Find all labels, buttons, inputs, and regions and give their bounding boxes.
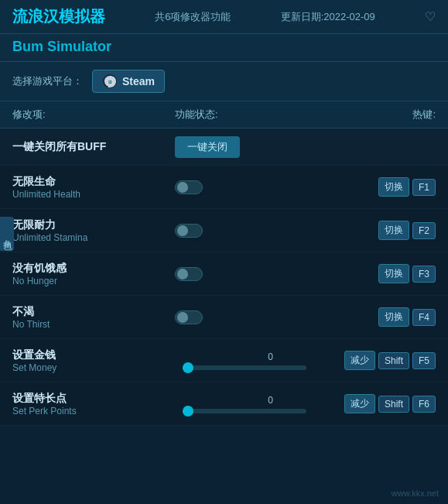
game-title: Bum Simulator — [0, 34, 448, 62]
feature-hotkey-4: 减少ShiftF5 — [335, 351, 436, 370]
feature-hotkey-2: 切换F3 — [335, 264, 436, 283]
platform-row: 选择游戏平台： Steam — [0, 62, 448, 101]
toggle-knob — [177, 312, 188, 323]
feature-name-2: 没有饥饿感 No Hunger — [12, 262, 167, 286]
slider-input[interactable] — [183, 409, 306, 413]
feature-name-en: Set Perk Points — [12, 406, 167, 417]
feature-name-en: No Hunger — [12, 276, 167, 286]
hotkey-key-button[interactable]: F6 — [412, 396, 436, 413]
feature-name-cn: 设置金钱 — [12, 348, 167, 362]
table-header: 修改项: 功能状态: 热键: — [0, 101, 448, 129]
svg-point-1 — [108, 81, 111, 84]
side-tab[interactable]: 角色 — [0, 217, 14, 251]
feature-name-cn: 不渴 — [12, 305, 167, 319]
feature-name-cn: 无限耐力 — [12, 218, 167, 232]
feature-name-3: 不渴 No Thirst — [12, 305, 167, 330]
slider-container: 0 — [175, 395, 335, 413]
watermark: www.kkx.net — [392, 489, 439, 498]
onekey-row: 一键关闭所有BUFF 一键关闭 — [0, 129, 448, 166]
toggle-switch[interactable] — [175, 180, 203, 194]
steam-label: Steam — [122, 75, 155, 87]
app-title: 流浪汉模拟器 — [12, 6, 105, 27]
feature-name-en: Set Money — [12, 362, 167, 373]
feature-row: 设置特长点 Set Perk Points 0 减少ShiftF6 — [0, 382, 448, 426]
feature-control-0 — [167, 180, 335, 194]
slider-input[interactable] — [183, 365, 306, 370]
feature-control-1 — [167, 224, 335, 238]
feature-hotkey-3: 切换F4 — [335, 307, 436, 327]
onekey-name: 一键关闭所有BUFF — [12, 139, 167, 154]
feature-control-2 — [167, 267, 335, 281]
feature-name-en: No Thirst — [12, 319, 167, 330]
toggle-knob — [177, 225, 188, 236]
toggle-switch[interactable] — [175, 267, 203, 281]
onekey-button[interactable]: 一键关闭 — [175, 136, 240, 158]
hotkey-key-button[interactable]: F5 — [412, 352, 436, 369]
feature-name-en: Unlimited Health — [12, 189, 167, 200]
content-area: 无限生命 Unlimited Health 切换F1 无限耐力 Unlimite… — [0, 166, 448, 426]
hotkey-key-button[interactable]: 切换 — [378, 264, 409, 283]
steam-button[interactable]: Steam — [92, 70, 165, 93]
feature-control-5: 0 — [167, 395, 335, 413]
hotkey-key-button[interactable]: F2 — [412, 222, 436, 239]
col-header-hotkey: 热键: — [335, 108, 436, 122]
feature-row: 不渴 No Thirst 切换F4 — [0, 296, 448, 339]
toggle-knob — [177, 182, 188, 193]
col-header-status: 功能状态: — [167, 108, 335, 122]
feature-row: 没有饥饿感 No Hunger 切换F3 — [0, 252, 448, 296]
feature-name-0: 无限生命 Unlimited Health — [12, 175, 167, 200]
hotkey-key-button[interactable]: 减少 — [344, 351, 375, 370]
hotkey-key-button[interactable]: 切换 — [378, 221, 409, 240]
feature-name-1: 无限耐力 Unlimited Stamina — [12, 218, 167, 243]
toggle-switch[interactable] — [175, 224, 203, 238]
toggle-switch[interactable] — [175, 310, 203, 324]
feature-name-cn: 没有饥饿感 — [12, 262, 167, 276]
side-tab-label: 角色 — [1, 232, 14, 235]
onekey-label: 一键关闭所有BUFF — [12, 140, 106, 153]
steam-icon — [102, 74, 118, 89]
feature-count: 共6项修改器功能 — [155, 10, 231, 24]
feature-hotkey-1: 切换F2 — [335, 221, 436, 240]
hotkey-key-button[interactable]: 切换 — [378, 177, 409, 197]
slider-container: 0 — [175, 351, 335, 370]
feature-name-cn: 无限生命 — [12, 175, 167, 189]
update-date: 更新日期:2022-02-09 — [281, 10, 375, 24]
onekey-control: 一键关闭 — [167, 136, 335, 158]
feature-row: 无限生命 Unlimited Health 切换F1 — [0, 166, 448, 209]
hotkey-key-button[interactable]: F1 — [412, 179, 436, 196]
feature-control-4: 0 — [167, 351, 335, 370]
hotkey-key-button[interactable]: Shift — [378, 396, 409, 413]
feature-name-cn: 设置特长点 — [12, 392, 167, 406]
feature-control-3 — [167, 310, 335, 324]
hotkey-key-button[interactable]: F4 — [412, 309, 436, 326]
feature-name-4: 设置金钱 Set Money — [12, 348, 167, 373]
header: 流浪汉模拟器 共6项修改器功能 更新日期:2022-02-09 ♡ — [0, 0, 448, 34]
toggle-knob — [177, 269, 188, 279]
feature-hotkey-0: 切换F1 — [335, 177, 436, 197]
feature-name-5: 设置特长点 Set Perk Points — [12, 392, 167, 417]
favorite-icon[interactable]: ♡ — [425, 9, 436, 24]
feature-row: 无限耐力 Unlimited Stamina 切换F2 — [0, 209, 448, 252]
feature-name-en: Unlimited Stamina — [12, 232, 167, 243]
feature-row: 设置金钱 Set Money 0 减少ShiftF5 — [0, 339, 448, 382]
platform-label: 选择游戏平台： — [12, 74, 83, 88]
hotkey-key-button[interactable]: Shift — [378, 352, 409, 369]
col-header-name: 修改项: — [12, 108, 167, 122]
hotkey-key-button[interactable]: 切换 — [378, 307, 409, 327]
slider-value: 0 — [206, 395, 335, 406]
feature-hotkey-5: 减少ShiftF6 — [335, 394, 436, 413]
hotkey-key-button[interactable]: F3 — [412, 266, 436, 283]
hotkey-key-button[interactable]: 减少 — [344, 394, 375, 413]
slider-value: 0 — [206, 351, 335, 362]
